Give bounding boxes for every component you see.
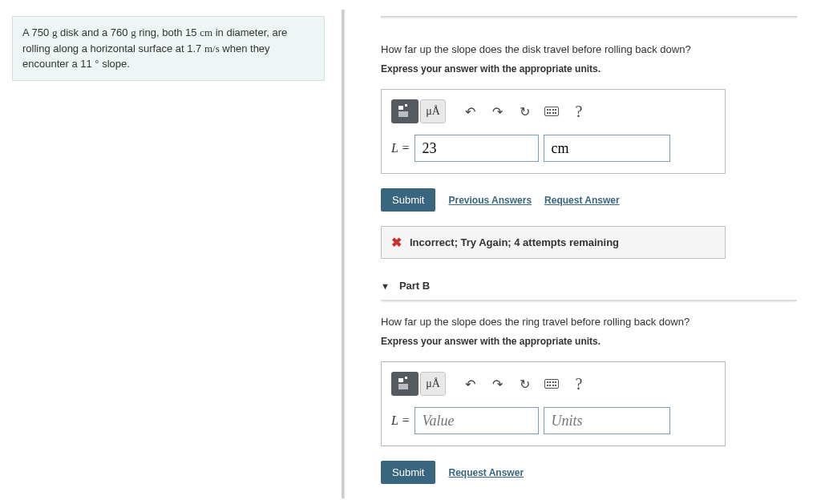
svg-rect-5 <box>398 384 408 389</box>
partB-request-answer-link[interactable]: Request Answer <box>448 467 524 478</box>
svg-rect-3 <box>398 378 403 382</box>
partA-answer-row: L = <box>391 135 715 162</box>
partB-actions: Submit Request Answer <box>381 461 797 484</box>
problem-text: A 750 g disk and a 760 g ring, both 15 c… <box>22 26 287 70</box>
partB-value-input[interactable] <box>415 407 539 434</box>
partB-title: Part B <box>399 280 430 292</box>
keyboard-icon[interactable] <box>539 99 564 123</box>
partA-question: How far up the slope does the disk trave… <box>381 43 797 55</box>
partA-actions: Submit Previous Answers Request Answer <box>381 188 797 212</box>
partA-submit-button[interactable]: Submit <box>381 188 435 212</box>
partB-toolbar: μÅ ↶ ↷ ↻ ? <box>391 372 715 396</box>
partA-request-answer-link[interactable]: Request Answer <box>544 195 620 206</box>
partA-variable-label: L = <box>391 141 410 155</box>
keyboard-icon[interactable] <box>539 372 564 396</box>
partB-submit-button[interactable]: Submit <box>381 461 435 484</box>
problem-statement: A 750 g disk and a 760 g ring, both 15 c… <box>12 16 325 81</box>
partB-variable-label: L = <box>391 413 410 428</box>
units-icon[interactable]: μÅ <box>420 99 446 123</box>
reset-icon[interactable]: ↻ <box>512 99 537 123</box>
redo-icon[interactable]: ↷ <box>484 372 510 396</box>
answer-panel: How far up the slope does the disk trave… <box>349 0 821 504</box>
partA-instruction: Express your answer with the appropriate… <box>381 63 797 75</box>
partB-unit-input[interactable] <box>544 407 670 434</box>
template-icon[interactable] <box>391 99 419 123</box>
template-icon[interactable] <box>391 372 419 396</box>
partB-instruction: Express your answer with the appropriate… <box>381 336 797 347</box>
undo-icon[interactable]: ↶ <box>457 99 483 123</box>
reset-icon[interactable]: ↻ <box>512 372 537 396</box>
svg-rect-1 <box>405 104 407 107</box>
partB-question: How far up the slope does the ring trave… <box>381 316 797 328</box>
partA-toolbar: μÅ ↶ ↷ ↻ ? <box>391 99 715 123</box>
svg-rect-2 <box>398 111 408 117</box>
units-icon[interactable]: μÅ <box>420 372 446 396</box>
svg-rect-0 <box>398 106 403 110</box>
partA-value-input[interactable] <box>415 135 539 162</box>
prev-section-shadow <box>381 16 797 19</box>
vertical-divider <box>342 10 344 498</box>
help-icon[interactable]: ? <box>566 99 592 123</box>
partA-previous-answers-link[interactable]: Previous Answers <box>448 195 532 206</box>
redo-icon[interactable]: ↷ <box>484 99 510 123</box>
partA-answer-box: μÅ ↶ ↷ ↻ ? L = <box>381 89 726 174</box>
partA-unit-input[interactable] <box>544 135 670 162</box>
problem-panel: A 750 g disk and a 760 g ring, both 15 c… <box>0 0 337 504</box>
partB-answer-row: L = <box>391 407 715 434</box>
help-icon[interactable]: ? <box>566 372 592 396</box>
caret-down-icon[interactable]: ▼ <box>381 281 390 291</box>
incorrect-icon: ✖ <box>391 235 402 250</box>
partA-feedback: ✖ Incorrect; Try Again; 4 attempts remai… <box>381 226 726 259</box>
undo-icon[interactable]: ↶ <box>457 372 483 396</box>
svg-rect-4 <box>405 377 407 379</box>
feedback-text: Incorrect; Try Again; 4 attempts remaini… <box>410 236 619 248</box>
partB-answer-box: μÅ ↶ ↷ ↻ ? L = <box>381 361 726 446</box>
partB-header[interactable]: ▼ Part B <box>381 280 797 301</box>
